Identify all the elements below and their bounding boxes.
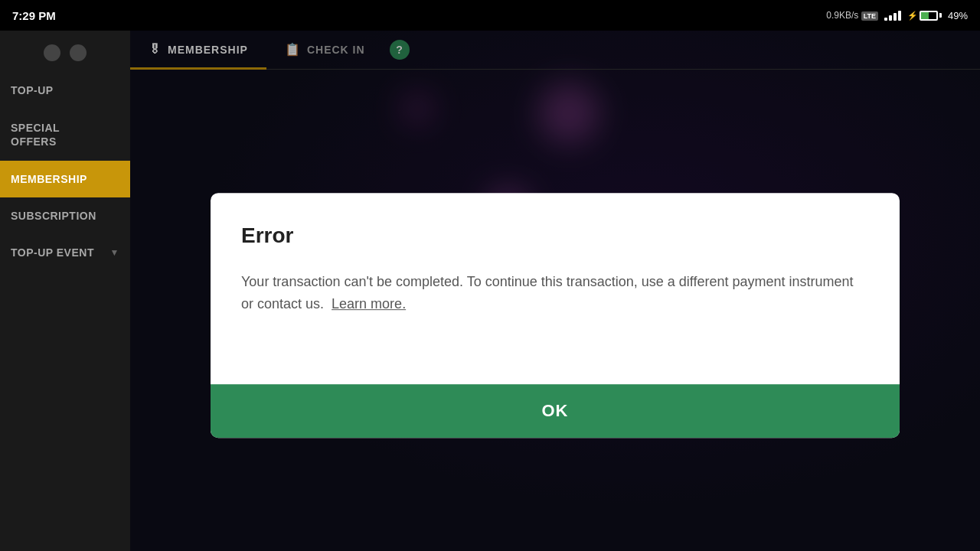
sidebar-icon-row (0, 38, 130, 72)
main-content: 🎖 MEMBERSHIP 📋 CHECK IN ? Error Your tra… (130, 31, 980, 551)
sidebar-item-subscription[interactable]: SUBSCRIPTION (0, 197, 130, 234)
sidebar-item-membership[interactable]: MEMBERSHIP (0, 161, 130, 197)
sidebar-item-top-up-event[interactable]: TOP-UP EVENT ▼ (0, 234, 130, 271)
ok-button[interactable]: OK (211, 384, 900, 438)
dialog-body: Error Your transaction can't be complete… (211, 193, 900, 384)
error-dialog: Error Your transaction can't be complete… (211, 193, 900, 438)
status-bar: 7:29 PM 0.9KB/s LTE ⚡ 49% (0, 0, 980, 31)
lte-badge: LTE (861, 11, 878, 21)
dialog-title: Error (241, 223, 869, 248)
sidebar-user-icon (44, 44, 60, 61)
sidebar-menu-icon (70, 44, 87, 61)
sidebar: TOP-UP SPECIALOFFERS MEMBERSHIP SUBSCRIP… (0, 31, 130, 551)
status-right: 0.9KB/s LTE ⚡ 49% (826, 10, 968, 21)
learn-more-link[interactable]: Learn more. (332, 296, 406, 311)
battery-icon: ⚡ (907, 11, 942, 21)
dialog-overlay: Error Your transaction can't be complete… (130, 31, 980, 551)
app-container: TOP-UP SPECIALOFFERS MEMBERSHIP SUBSCRIP… (0, 31, 980, 551)
sidebar-item-special-offers[interactable]: SPECIALOFFERS (0, 109, 130, 161)
signal-bars (884, 11, 901, 21)
network-speed: 0.9KB/s LTE (826, 10, 878, 21)
sidebar-item-top-up[interactable]: TOP-UP (0, 72, 130, 109)
status-time: 7:29 PM (12, 9, 56, 22)
chevron-down-icon: ▼ (110, 247, 119, 258)
battery-percent: 49% (948, 10, 968, 21)
dialog-message: Your transaction can't be completed. To … (241, 271, 869, 315)
